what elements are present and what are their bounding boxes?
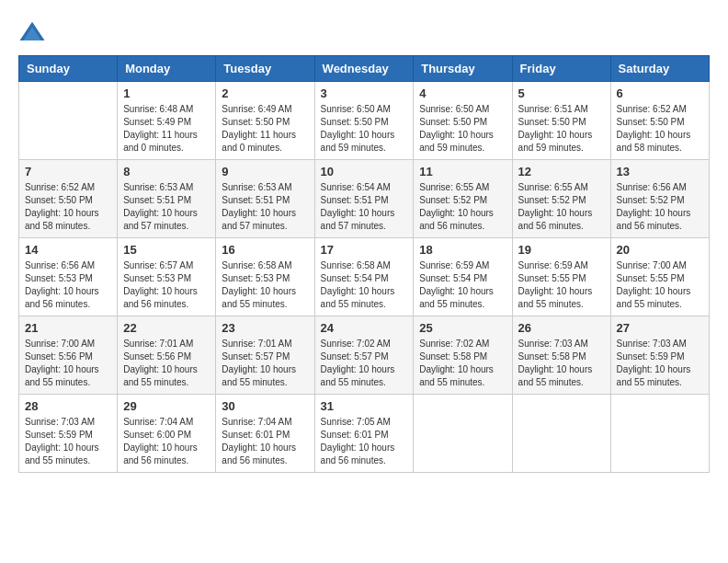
day-number: 9 [222,165,308,178]
day-info: Sunrise: 7:03 AMSunset: 5:59 PMDaylight:… [25,416,111,467]
calendar-cell: 21Sunrise: 7:00 AMSunset: 5:56 PMDayligh… [19,316,118,395]
day-number: 6 [617,86,703,100]
col-header-tuesday: Tuesday [216,56,314,82]
day-number: 21 [25,321,111,335]
day-info: Sunrise: 6:58 AMSunset: 5:54 PMDaylight:… [321,259,408,311]
calendar-cell: 9Sunrise: 6:53 AMSunset: 5:51 PMDaylight… [216,160,314,238]
calendar-cell: 15Sunrise: 6:57 AMSunset: 5:53 PMDayligh… [118,238,216,316]
day-number: 24 [321,321,408,335]
day-number: 7 [25,165,111,178]
calendar-cell: 2Sunrise: 6:49 AMSunset: 5:50 PMDaylight… [216,82,314,160]
calendar-cell: 31Sunrise: 7:05 AMSunset: 6:01 PMDayligh… [314,395,414,473]
day-info: Sunrise: 6:55 AMSunset: 5:52 PMDaylight:… [518,181,605,233]
calendar-cell: 5Sunrise: 6:51 AMSunset: 5:50 PMDaylight… [512,82,610,160]
calendar-week-1: 7Sunrise: 6:52 AMSunset: 5:50 PMDaylight… [19,160,710,238]
calendar-cell: 28Sunrise: 7:03 AMSunset: 5:59 PMDayligh… [19,395,118,473]
day-number: 5 [518,86,605,100]
calendar-cell: 14Sunrise: 6:56 AMSunset: 5:53 PMDayligh… [19,238,118,316]
day-info: Sunrise: 6:59 AMSunset: 5:55 PMDaylight:… [518,259,605,311]
calendar-cell [610,395,709,473]
day-info: Sunrise: 7:05 AMSunset: 6:01 PMDaylight:… [321,416,408,467]
calendar-cell: 30Sunrise: 7:04 AMSunset: 6:01 PMDayligh… [216,395,314,473]
day-info: Sunrise: 7:03 AMSunset: 5:58 PMDaylight:… [518,338,605,389]
day-info: Sunrise: 6:54 AMSunset: 5:51 PMDaylight:… [321,181,408,233]
calendar-header-row: SundayMondayTuesdayWednesdayThursdayFrid… [19,56,710,82]
calendar-cell: 3Sunrise: 6:50 AMSunset: 5:50 PMDaylight… [314,82,414,160]
day-number: 15 [123,243,210,257]
calendar-cell: 23Sunrise: 7:01 AMSunset: 5:57 PMDayligh… [216,316,314,395]
day-info: Sunrise: 6:53 AMSunset: 5:51 PMDaylight:… [222,181,308,233]
day-info: Sunrise: 7:04 AMSunset: 6:00 PMDaylight:… [123,416,210,467]
day-info: Sunrise: 6:52 AMSunset: 5:50 PMDaylight:… [25,181,111,233]
page-header [18,18,710,46]
day-info: Sunrise: 7:02 AMSunset: 5:58 PMDaylight:… [419,338,506,389]
calendar-table: SundayMondayTuesdayWednesdayThursdayFrid… [18,55,710,473]
day-info: Sunrise: 6:56 AMSunset: 5:52 PMDaylight:… [617,181,703,233]
day-info: Sunrise: 6:48 AMSunset: 5:49 PMDaylight:… [123,103,210,155]
day-info: Sunrise: 7:01 AMSunset: 5:56 PMDaylight:… [123,338,210,389]
day-number: 12 [518,165,605,178]
calendar-cell: 8Sunrise: 6:53 AMSunset: 5:51 PMDaylight… [118,160,216,238]
day-number: 8 [123,165,210,178]
day-number: 22 [123,321,210,335]
day-info: Sunrise: 6:52 AMSunset: 5:50 PMDaylight:… [617,103,703,155]
day-number: 17 [321,243,408,257]
day-number: 1 [123,86,210,100]
calendar-week-2: 14Sunrise: 6:56 AMSunset: 5:53 PMDayligh… [19,238,710,316]
col-header-sunday: Sunday [19,56,118,82]
day-number: 27 [617,321,703,335]
col-header-saturday: Saturday [610,56,709,82]
calendar-cell: 29Sunrise: 7:04 AMSunset: 6:00 PMDayligh… [118,395,216,473]
calendar-cell [512,395,610,473]
day-number: 14 [25,243,111,257]
day-number: 16 [222,243,308,257]
day-info: Sunrise: 6:59 AMSunset: 5:54 PMDaylight:… [419,259,506,311]
calendar-cell: 16Sunrise: 6:58 AMSunset: 5:53 PMDayligh… [216,238,314,316]
day-number: 31 [321,399,408,413]
calendar-cell: 12Sunrise: 6:55 AMSunset: 5:52 PMDayligh… [512,160,610,238]
calendar-cell: 26Sunrise: 7:03 AMSunset: 5:58 PMDayligh… [512,316,610,395]
calendar-cell: 1Sunrise: 6:48 AMSunset: 5:49 PMDaylight… [118,82,216,160]
calendar-cell: 10Sunrise: 6:54 AMSunset: 5:51 PMDayligh… [314,160,414,238]
calendar-cell: 18Sunrise: 6:59 AMSunset: 5:54 PMDayligh… [414,238,512,316]
calendar-cell: 25Sunrise: 7:02 AMSunset: 5:58 PMDayligh… [414,316,512,395]
calendar-cell: 13Sunrise: 6:56 AMSunset: 5:52 PMDayligh… [610,160,709,238]
calendar-cell: 17Sunrise: 6:58 AMSunset: 5:54 PMDayligh… [314,238,414,316]
day-number: 10 [321,165,408,178]
day-info: Sunrise: 6:49 AMSunset: 5:50 PMDaylight:… [222,103,308,155]
calendar-week-3: 21Sunrise: 7:00 AMSunset: 5:56 PMDayligh… [19,316,710,395]
day-info: Sunrise: 7:01 AMSunset: 5:57 PMDaylight:… [222,338,308,389]
day-info: Sunrise: 6:57 AMSunset: 5:53 PMDaylight:… [123,259,210,311]
calendar-cell: 22Sunrise: 7:01 AMSunset: 5:56 PMDayligh… [118,316,216,395]
col-header-friday: Friday [512,56,610,82]
day-info: Sunrise: 6:50 AMSunset: 5:50 PMDaylight:… [321,103,408,155]
day-info: Sunrise: 6:58 AMSunset: 5:53 PMDaylight:… [222,259,308,311]
day-number: 25 [419,321,506,335]
day-number: 28 [25,399,111,413]
day-info: Sunrise: 6:51 AMSunset: 5:50 PMDaylight:… [518,103,605,155]
calendar-cell [19,82,118,160]
day-number: 30 [222,399,308,413]
calendar-cell [414,395,512,473]
day-info: Sunrise: 6:55 AMSunset: 5:52 PMDaylight:… [419,181,506,233]
day-number: 26 [518,321,605,335]
day-info: Sunrise: 6:56 AMSunset: 5:53 PMDaylight:… [25,259,111,311]
col-header-thursday: Thursday [414,56,512,82]
calendar-cell: 6Sunrise: 6:52 AMSunset: 5:50 PMDaylight… [610,82,709,160]
day-number: 23 [222,321,308,335]
day-number: 19 [518,243,605,257]
logo [18,18,50,46]
day-number: 4 [419,86,506,100]
calendar-week-0: 1Sunrise: 6:48 AMSunset: 5:49 PMDaylight… [19,82,710,160]
col-header-wednesday: Wednesday [314,56,414,82]
day-number: 3 [321,86,408,100]
calendar-cell: 19Sunrise: 6:59 AMSunset: 5:55 PMDayligh… [512,238,610,316]
calendar-cell: 20Sunrise: 7:00 AMSunset: 5:55 PMDayligh… [610,238,709,316]
day-number: 11 [419,165,506,178]
calendar-cell: 4Sunrise: 6:50 AMSunset: 5:50 PMDaylight… [414,82,512,160]
day-number: 18 [419,243,506,257]
day-number: 29 [123,399,210,413]
logo-icon [18,18,46,46]
day-info: Sunrise: 6:50 AMSunset: 5:50 PMDaylight:… [419,103,506,155]
day-number: 2 [222,86,308,100]
